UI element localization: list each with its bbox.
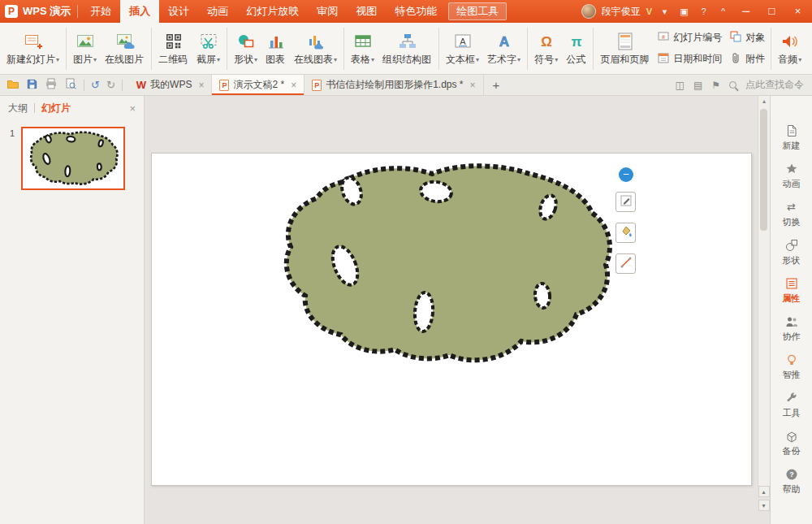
tab-review[interactable]: 审阅 xyxy=(308,0,347,23)
tab-home[interactable]: 开始 xyxy=(81,0,120,23)
app-name: WPS 演示 xyxy=(23,4,71,19)
toolbar-item-shapes[interactable]: 形状 xyxy=(771,233,812,271)
tab-view[interactable]: 视图 xyxy=(347,0,386,23)
user-dropdown-icon[interactable]: ▾ xyxy=(658,6,672,17)
tab-outline[interactable]: 大纲 xyxy=(8,102,28,115)
shape-hole[interactable] xyxy=(534,283,551,308)
toolbar-item-tools[interactable]: 工具 xyxy=(771,386,812,424)
search-icon[interactable] xyxy=(729,81,736,89)
close-tab-icon[interactable]: × xyxy=(291,80,296,91)
toolbar-item-new[interactable]: 新建 xyxy=(771,119,812,157)
freeform-shape[interactable] xyxy=(266,158,623,370)
user-avatar[interactable] xyxy=(581,4,596,19)
document-tabs: W 我的WPS × P 演示文稿2 * × P 书信信封绘制用图形操作1.dps… xyxy=(129,75,508,95)
textbox-icon: A xyxy=(453,31,473,53)
flag-icon[interactable]: ⚑ xyxy=(711,80,720,91)
datetime-button[interactable]: 日期和时间 xyxy=(657,49,722,69)
textbox-button[interactable]: A 文本框▾ xyxy=(442,24,483,73)
scrollbar-thumb[interactable] xyxy=(760,109,767,231)
shape-button[interactable]: 形状▾ xyxy=(230,24,261,73)
scroll-up-icon[interactable]: ▴ xyxy=(758,97,770,105)
toolbar-item-smart[interactable]: 智推 xyxy=(771,348,812,386)
toolbar-item-properties[interactable]: 属性 xyxy=(771,271,812,310)
tab-animation[interactable]: 动画 xyxy=(198,0,237,23)
panel-tab-divider xyxy=(34,103,35,113)
datetime-label: 日期和时间 xyxy=(673,52,722,66)
user-name[interactable]: 段宇俊亚 xyxy=(602,5,641,19)
help-icon[interactable]: ? xyxy=(697,6,710,16)
header-footer-label: 页眉和页脚 xyxy=(600,53,649,67)
formula-button[interactable]: π 公式 xyxy=(562,24,590,73)
print-preview-icon[interactable] xyxy=(64,77,77,93)
qrcode-button[interactable]: 二维码 xyxy=(154,24,192,73)
wordart-button[interactable]: A 艺术字▾ xyxy=(483,24,525,73)
picture-button[interactable]: 图片▾ xyxy=(69,24,101,73)
save-icon[interactable] xyxy=(26,78,38,93)
open-folder-icon[interactable] xyxy=(6,77,19,93)
wps-logo-icon: P xyxy=(5,5,18,18)
toolbar-item-backup[interactable]: 备份 xyxy=(771,424,812,462)
new-slide-button[interactable]: 新建幻灯片▾ xyxy=(2,24,63,73)
toolbar-item-help[interactable]: ? 帮助 xyxy=(771,462,812,500)
tab-special-features[interactable]: 特色功能 xyxy=(386,0,446,23)
new-tab-button[interactable]: + xyxy=(484,75,509,95)
symbol-label: 符号 xyxy=(534,53,554,67)
previous-slide-button[interactable]: ▴ xyxy=(758,486,770,497)
slide[interactable] xyxy=(151,153,752,486)
header-footer-button[interactable]: 页眉和页脚 xyxy=(596,24,654,73)
split-view-icon[interactable]: ◫ xyxy=(676,80,685,91)
toolbar-item-transition[interactable]: ⇄ 切换 xyxy=(771,195,812,233)
online-picture-label: 在线图片 xyxy=(105,53,144,67)
print-icon[interactable] xyxy=(45,77,58,93)
shape-outline-button[interactable] xyxy=(615,192,636,212)
slide-thumbnail-shape xyxy=(25,130,121,187)
dropdown-icon: ▾ xyxy=(254,56,257,63)
shape-line-style-button[interactable] xyxy=(615,253,636,274)
slide-thumbnail[interactable] xyxy=(21,127,125,190)
object-button[interactable]: 对象 xyxy=(729,28,765,48)
symbol-button[interactable]: Ω 符号▾ xyxy=(530,24,562,73)
close-tab-icon[interactable]: × xyxy=(198,80,204,91)
collapse-ribbon-icon[interactable]: ^ xyxy=(716,6,730,16)
screenshot-button[interactable]: 截屏▾ xyxy=(192,24,224,73)
search-command-input[interactable]: 点此查找命令 xyxy=(745,78,804,92)
close-tab-icon[interactable]: × xyxy=(470,80,476,91)
close-button[interactable]: × xyxy=(788,0,808,23)
table-button[interactable]: 表格▾ xyxy=(347,24,378,73)
collapse-format-toolbar-button[interactable]: − xyxy=(619,167,633,182)
doc-tab-letter-envelope[interactable]: P 书信信封绘制用图形操作1.dps * × xyxy=(304,75,483,95)
doc-tab-my-wps[interactable]: W 我的WPS × xyxy=(129,75,213,95)
doc-tab-presentation2[interactable]: P 演示文稿2 * × xyxy=(212,75,304,95)
main-area: 大纲 幻灯片 × 1 xyxy=(0,96,812,524)
redo-icon[interactable]: ↻ xyxy=(106,79,115,91)
slide-navigation: ▴ ▾ xyxy=(758,486,770,511)
attachment-button[interactable]: 附件 xyxy=(729,49,765,69)
tab-slideshow[interactable]: 幻灯片放映 xyxy=(237,0,308,23)
tab-insert[interactable]: 插入 xyxy=(120,0,159,23)
tab-drawing-tools[interactable]: 绘图工具 xyxy=(448,2,507,20)
app-logo[interactable]: P WPS 演示 xyxy=(5,0,77,23)
slide-number-button[interactable]: # 幻灯片编号 xyxy=(657,28,722,48)
audio-button[interactable]: 音频▾ xyxy=(774,24,806,73)
maximize-button[interactable]: □ xyxy=(762,0,782,23)
vertical-scrollbar[interactable]: ▴ xyxy=(758,96,770,487)
tab-design[interactable]: 设计 xyxy=(159,0,198,23)
doc-list-icon[interactable]: ▤ xyxy=(693,80,702,91)
orgchart-button[interactable]: 组织结构图 xyxy=(378,24,436,73)
tab-slides[interactable]: 幻灯片 xyxy=(41,102,71,115)
shape-label: 形状 xyxy=(234,53,253,67)
chart-button[interactable]: 图表 xyxy=(261,24,290,73)
message-icon[interactable]: ▣ xyxy=(677,6,691,17)
next-slide-button[interactable]: ▾ xyxy=(758,500,770,511)
ribbon-separator xyxy=(151,28,152,70)
toolbar-item-collaborate[interactable]: 协作 xyxy=(771,310,812,348)
close-panel-icon[interactable]: × xyxy=(129,102,136,115)
toolbar-item-animation[interactable]: 动画 xyxy=(771,157,812,195)
online-picture-button[interactable]: 在线图片 xyxy=(101,24,149,73)
undo-icon[interactable]: ↺ xyxy=(91,79,100,91)
svg-text:A: A xyxy=(499,34,508,50)
online-chart-button[interactable]: 在线图表▾ xyxy=(290,24,341,73)
animation-star-icon xyxy=(785,162,798,175)
minimize-button[interactable]: ─ xyxy=(736,0,756,23)
shape-fill-button[interactable] xyxy=(615,223,636,243)
